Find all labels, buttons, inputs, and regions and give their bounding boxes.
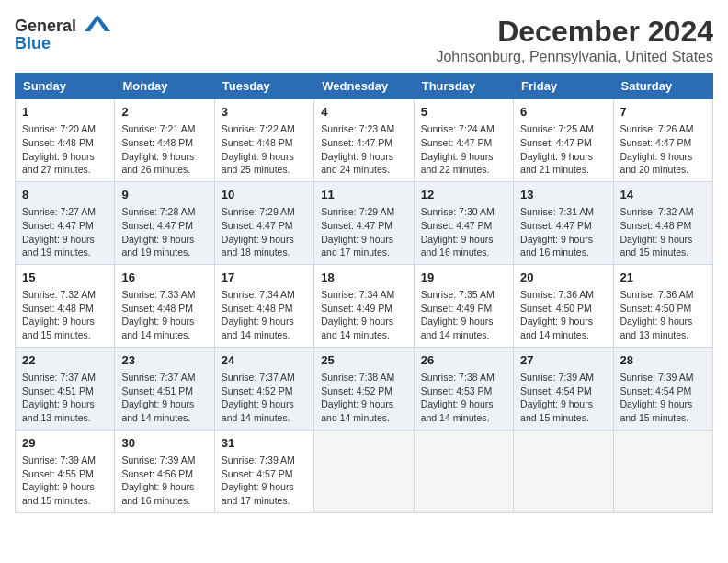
day-number: 17 (222, 270, 307, 286)
calendar-week-row: 15Sunrise: 7:32 AMSunset: 4:48 PMDayligh… (16, 264, 713, 347)
calendar-table: Sunday Monday Tuesday Wednesday Thursday… (15, 73, 713, 513)
month-title: December 2024 (436, 15, 713, 49)
day-number: 1 (22, 104, 108, 121)
day-info: Sunrise: 7:38 AMSunset: 4:52 PMDaylight:… (321, 371, 406, 425)
calendar-cell: 19Sunrise: 7:35 AMSunset: 4:49 PMDayligh… (414, 264, 513, 347)
calendar-week-row: 29Sunrise: 7:39 AMSunset: 4:55 PMDayligh… (16, 430, 713, 512)
day-number: 28 (620, 352, 706, 369)
header-row: Sunday Monday Tuesday Wednesday Thursday… (16, 74, 713, 99)
day-info: Sunrise: 7:35 AMSunset: 4:49 PMDaylight:… (421, 288, 506, 342)
calendar-cell: 4Sunrise: 7:23 AMSunset: 4:47 PMDaylight… (314, 99, 414, 182)
page-header: General Blue December 2024 Johnsonburg, … (15, 15, 713, 65)
calendar-cell: 8Sunrise: 7:27 AMSunset: 4:47 PMDaylight… (16, 181, 115, 264)
calendar-cell: 13Sunrise: 7:31 AMSunset: 4:47 PMDayligh… (514, 181, 613, 264)
header-monday: Monday (115, 74, 214, 99)
day-number: 24 (222, 352, 307, 369)
calendar-cell: 28Sunrise: 7:39 AMSunset: 4:54 PMDayligh… (613, 347, 712, 430)
calendar-cell (314, 430, 414, 512)
day-info: Sunrise: 7:29 AMSunset: 4:47 PMDaylight:… (321, 205, 406, 259)
logo-blue-text: Blue (15, 35, 51, 52)
day-info: Sunrise: 7:31 AMSunset: 4:47 PMDaylight:… (520, 205, 606, 259)
header-friday: Friday (514, 74, 613, 99)
calendar-week-row: 22Sunrise: 7:37 AMSunset: 4:51 PMDayligh… (16, 347, 713, 430)
day-number: 9 (121, 187, 207, 203)
calendar-cell: 3Sunrise: 7:22 AMSunset: 4:48 PMDaylight… (214, 99, 313, 182)
day-info: Sunrise: 7:39 AMSunset: 4:56 PMDaylight:… (121, 454, 207, 508)
calendar-cell: 6Sunrise: 7:25 AMSunset: 4:47 PMDaylight… (514, 99, 613, 182)
day-info: Sunrise: 7:37 AMSunset: 4:52 PMDaylight:… (222, 371, 307, 425)
day-number: 12 (421, 187, 506, 203)
day-number: 19 (421, 270, 506, 286)
calendar-week-row: 1Sunrise: 7:20 AMSunset: 4:48 PMDaylight… (16, 99, 713, 182)
calendar-cell: 20Sunrise: 7:36 AMSunset: 4:50 PMDayligh… (514, 264, 613, 347)
day-info: Sunrise: 7:36 AMSunset: 4:50 PMDaylight:… (620, 288, 706, 342)
day-number: 29 (22, 435, 108, 452)
day-number: 25 (321, 352, 406, 369)
calendar-cell: 30Sunrise: 7:39 AMSunset: 4:56 PMDayligh… (115, 430, 214, 512)
day-info: Sunrise: 7:34 AMSunset: 4:49 PMDaylight:… (321, 288, 406, 342)
header-wednesday: Wednesday (314, 74, 414, 99)
day-number: 13 (520, 187, 606, 203)
calendar-cell (514, 430, 613, 512)
calendar-cell: 26Sunrise: 7:38 AMSunset: 4:53 PMDayligh… (414, 347, 513, 430)
day-info: Sunrise: 7:24 AMSunset: 4:47 PMDaylight:… (421, 122, 506, 177)
logo-icon (85, 15, 110, 31)
calendar-cell: 18Sunrise: 7:34 AMSunset: 4:49 PMDayligh… (314, 264, 414, 347)
day-number: 27 (520, 352, 606, 369)
day-number: 8 (22, 187, 108, 203)
day-info: Sunrise: 7:21 AMSunset: 4:48 PMDaylight:… (121, 122, 207, 177)
day-info: Sunrise: 7:32 AMSunset: 4:48 PMDaylight:… (22, 288, 108, 342)
calendar-cell: 10Sunrise: 7:29 AMSunset: 4:47 PMDayligh… (214, 181, 313, 264)
day-info: Sunrise: 7:37 AMSunset: 4:51 PMDaylight:… (121, 371, 207, 425)
calendar-cell: 25Sunrise: 7:38 AMSunset: 4:52 PMDayligh… (314, 347, 414, 430)
calendar-cell: 24Sunrise: 7:37 AMSunset: 4:52 PMDayligh… (214, 347, 313, 430)
day-info: Sunrise: 7:39 AMSunset: 4:54 PMDaylight:… (620, 371, 706, 425)
header-tuesday: Tuesday (214, 74, 313, 99)
day-info: Sunrise: 7:29 AMSunset: 4:47 PMDaylight:… (222, 205, 307, 259)
day-info: Sunrise: 7:20 AMSunset: 4:48 PMDaylight:… (22, 122, 108, 177)
day-info: Sunrise: 7:26 AMSunset: 4:47 PMDaylight:… (620, 122, 706, 177)
day-number: 15 (22, 270, 108, 286)
day-number: 18 (321, 270, 406, 286)
calendar-cell: 22Sunrise: 7:37 AMSunset: 4:51 PMDayligh… (16, 347, 115, 430)
calendar-cell: 31Sunrise: 7:39 AMSunset: 4:57 PMDayligh… (214, 430, 313, 512)
day-number: 22 (22, 352, 108, 369)
calendar-cell (613, 430, 712, 512)
day-number: 30 (121, 435, 207, 452)
logo: General Blue (15, 15, 110, 52)
day-info: Sunrise: 7:28 AMSunset: 4:47 PMDaylight:… (121, 205, 207, 259)
day-info: Sunrise: 7:37 AMSunset: 4:51 PMDaylight:… (22, 371, 108, 425)
day-number: 7 (620, 104, 706, 121)
day-number: 4 (321, 104, 406, 121)
day-number: 20 (520, 270, 606, 286)
calendar-cell: 12Sunrise: 7:30 AMSunset: 4:47 PMDayligh… (414, 181, 513, 264)
day-number: 14 (620, 187, 706, 203)
calendar-cell: 9Sunrise: 7:28 AMSunset: 4:47 PMDaylight… (115, 181, 214, 264)
day-info: Sunrise: 7:36 AMSunset: 4:50 PMDaylight:… (520, 288, 606, 342)
day-number: 6 (520, 104, 606, 121)
day-number: 5 (421, 104, 506, 121)
calendar-cell: 1Sunrise: 7:20 AMSunset: 4:48 PMDaylight… (16, 99, 115, 182)
calendar-cell (414, 430, 513, 512)
day-info: Sunrise: 7:33 AMSunset: 4:48 PMDaylight:… (121, 288, 207, 342)
calendar-cell: 27Sunrise: 7:39 AMSunset: 4:54 PMDayligh… (514, 347, 613, 430)
day-info: Sunrise: 7:38 AMSunset: 4:53 PMDaylight:… (421, 371, 506, 425)
day-number: 21 (620, 270, 706, 286)
location-title: Johnsonburg, Pennsylvania, United States (436, 49, 713, 65)
day-number: 16 (121, 270, 207, 286)
calendar-cell: 29Sunrise: 7:39 AMSunset: 4:55 PMDayligh… (16, 430, 115, 512)
day-info: Sunrise: 7:30 AMSunset: 4:47 PMDaylight:… (421, 205, 506, 259)
day-info: Sunrise: 7:23 AMSunset: 4:47 PMDaylight:… (321, 122, 406, 177)
header-thursday: Thursday (414, 74, 513, 99)
day-number: 31 (222, 435, 307, 452)
day-info: Sunrise: 7:27 AMSunset: 4:47 PMDaylight:… (22, 205, 108, 259)
day-info: Sunrise: 7:34 AMSunset: 4:48 PMDaylight:… (222, 288, 307, 342)
day-number: 3 (222, 104, 307, 121)
calendar-header: Sunday Monday Tuesday Wednesday Thursday… (16, 74, 713, 99)
calendar-cell: 7Sunrise: 7:26 AMSunset: 4:47 PMDaylight… (613, 99, 712, 182)
day-number: 26 (421, 352, 506, 369)
calendar-cell: 21Sunrise: 7:36 AMSunset: 4:50 PMDayligh… (613, 264, 712, 347)
day-info: Sunrise: 7:39 AMSunset: 4:54 PMDaylight:… (520, 371, 606, 425)
day-info: Sunrise: 7:39 AMSunset: 4:57 PMDaylight:… (222, 454, 307, 508)
header-sunday: Sunday (16, 74, 115, 99)
